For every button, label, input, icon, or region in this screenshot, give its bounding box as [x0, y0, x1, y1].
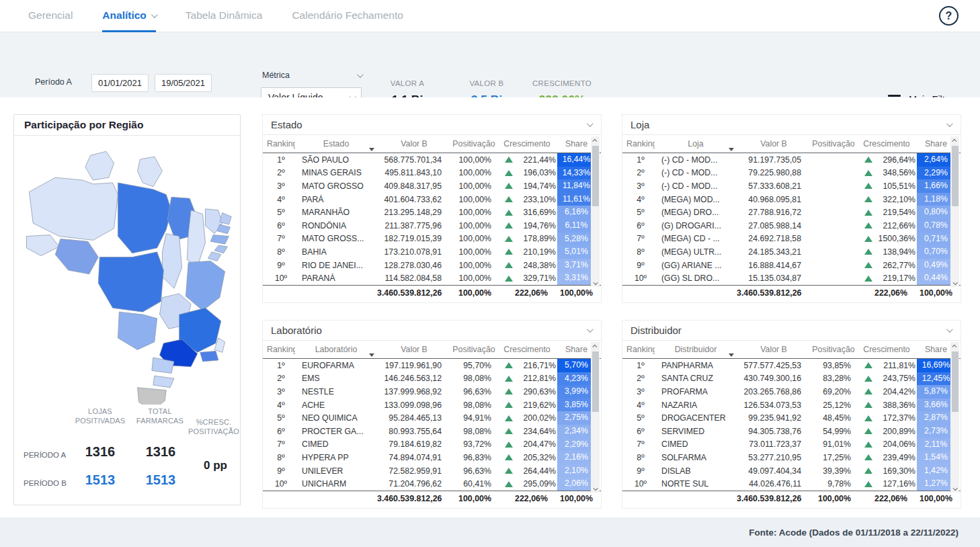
- sort-descending-icon[interactable]: [369, 353, 374, 357]
- table-row[interactable]: 1ºEUROFARMA197.119.961,9095,70%216,71%5,…: [263, 359, 601, 372]
- tab-gerencial[interactable]: Gerencial: [28, 0, 73, 32]
- column-header-crescimento[interactable]: Crescimento: [856, 345, 917, 354]
- panel-collapse-chevron-icon[interactable]: [587, 326, 594, 333]
- table-row[interactable]: 6ºRONDÔNIA211.387.775,96100,00%194,76%6,…: [263, 219, 601, 233]
- table-row[interactable]: 6ºSERVIMED94.305.738,7654,99%200,89%2,73…: [622, 425, 961, 438]
- table-row[interactable]: 5ºNEO QUIMICA95.284.465,1394,91%200,02%2…: [263, 411, 601, 425]
- scroll-down-icon[interactable]: [591, 279, 600, 287]
- periodo-a-start-input[interactable]: [91, 74, 149, 92]
- map-region-piaui[interactable]: [187, 210, 205, 266]
- table-row[interactable]: 2º(-) CD - MOD...79.225.980,88348,56%2,2…: [622, 167, 961, 180]
- scroll-down-icon[interactable]: [950, 485, 959, 493]
- column-header-valorb[interactable]: Valor B: [737, 139, 811, 149]
- map-region-amazonas[interactable]: [29, 177, 118, 240]
- vertical-scrollbar[interactable]: [950, 342, 959, 493]
- table-row[interactable]: 5ºDROGACENTER99.235.941,9248,45%172,37%2…: [622, 411, 961, 425]
- map-region-santacatarina[interactable]: [153, 376, 174, 387]
- table-row[interactable]: 1ºPANPHARMA577.577.425,5393,85%211,81%16…: [622, 359, 961, 372]
- scrollbar-thumb[interactable]: [592, 351, 599, 412]
- table-row[interactable]: 6ºPROCTER GA...80.993.755,6498,08%234,64…: [263, 425, 601, 438]
- column-header-ranking[interactable]: Ranking: [267, 139, 295, 149]
- scrollbar-thumb[interactable]: [592, 146, 599, 206]
- column-header-positivao[interactable]: Positivação: [451, 139, 497, 149]
- table-row[interactable]: 9ºDISLAB49.097.404,3439,39%169,30%1,42%: [622, 464, 961, 478]
- map-region-matogrossosul[interactable]: [118, 312, 157, 349]
- scrollbar-thumb[interactable]: [952, 351, 958, 412]
- column-header-share[interactable]: Share: [917, 139, 955, 149]
- table-row[interactable]: 3º(-) CD - MOD...57.333.608,21105,51%1,6…: [622, 179, 961, 193]
- table-row[interactable]: 8º(MEGA) ULTR...24.185.343,21138,94%0,70…: [622, 245, 961, 259]
- vertical-scrollbar[interactable]: [591, 342, 600, 493]
- vertical-scrollbar[interactable]: [950, 136, 959, 287]
- panel-collapse-chevron-icon[interactable]: [587, 120, 594, 127]
- tab-analitico[interactable]: Analítico: [102, 0, 155, 32]
- table-row[interactable]: 10º(GG) SL DRO...15.135.034,87219,17%0,4…: [622, 271, 961, 285]
- tab-tabela-dinamica[interactable]: Tabela Dinâmica: [186, 0, 263, 32]
- table-row[interactable]: 4º(MEGA) MOD...40.968.095,81322,10%1,18%: [622, 193, 961, 206]
- column-header-ranking[interactable]: Ranking: [267, 345, 295, 354]
- scroll-down-icon[interactable]: [950, 279, 959, 287]
- column-header-share[interactable]: Share: [557, 345, 596, 354]
- column-header-crescimento[interactable]: Crescimento: [856, 139, 917, 149]
- column-header-valorb[interactable]: Valor B: [377, 139, 451, 149]
- sort-descending-icon[interactable]: [369, 148, 374, 151]
- map-region-alagoas[interactable]: [214, 245, 227, 253]
- table-row[interactable]: 1ºSÃO PAULO568.775.701,34100,00%221,44%1…: [263, 153, 601, 167]
- table-row[interactable]: 10ºUNICHARM71.204.796,6260,41%295,09%2,0…: [263, 477, 601, 491]
- map-region-para[interactable]: [118, 183, 171, 253]
- table-row[interactable]: 1º(-) CD - MOD...91.197.735,05296,64%2,6…: [622, 153, 961, 167]
- table-row[interactable]: 9º(GG) ARIANE ...16.888.414,67262,77%0,4…: [622, 259, 961, 272]
- map-region-acre[interactable]: [27, 235, 60, 256]
- chevron-down-icon[interactable]: [357, 71, 364, 78]
- map-region-riodejaneiro[interactable]: [200, 351, 218, 362]
- table-row[interactable]: 4ºNAZARIA126.534.073,5325,12%388,36%3,66…: [622, 398, 961, 412]
- table-row[interactable]: 3ºNESTLE137.999.968,9296,63%290,63%3,99%: [263, 385, 601, 398]
- scroll-down-icon[interactable]: [591, 485, 600, 493]
- map-region-paraiba[interactable]: [217, 224, 230, 234]
- column-header-positivao[interactable]: Positivação: [811, 139, 856, 149]
- column-header-valorb[interactable]: Valor B: [737, 345, 811, 354]
- table-row[interactable]: 7ºMATO GROSS...182.719.015,39100,00%178,…: [263, 233, 601, 246]
- column-header-loja[interactable]: Loja: [655, 139, 737, 149]
- map-region-roraima[interactable]: [85, 151, 114, 180]
- column-header-ranking[interactable]: Ranking: [626, 139, 655, 149]
- table-row[interactable]: 7ºCIMED73.011.723,3791,01%204,06%2,11%: [622, 438, 961, 452]
- panel-collapse-chevron-icon[interactable]: [946, 326, 953, 333]
- map-region-matogrosso[interactable]: [98, 252, 163, 312]
- table-row[interactable]: 2ºSANTA CRUZ430.749.300,1683,28%243,75%1…: [622, 372, 961, 386]
- map-region-bahia[interactable]: [186, 261, 224, 310]
- table-row[interactable]: 8ºBAHIA173.210.078,91100,00%210,19%5,01%: [263, 245, 601, 259]
- table-row[interactable]: 7ºCIMED79.184.619,8293,72%204,47%2,29%: [263, 438, 601, 452]
- sort-descending-icon[interactable]: [729, 148, 734, 151]
- column-header-share[interactable]: Share: [557, 139, 596, 149]
- map-region-sergipe[interactable]: [208, 252, 220, 261]
- scroll-up-icon[interactable]: [950, 136, 959, 144]
- table-row[interactable]: 2ºMINAS GERAIS495.811.843,10100,00%196,0…: [263, 167, 601, 180]
- table-row[interactable]: 4ºACHE133.099.098,9698,08%219,62%3,85%: [263, 398, 601, 412]
- sort-descending-icon[interactable]: [729, 353, 734, 357]
- column-header-crescimento[interactable]: Crescimento: [497, 139, 557, 149]
- column-header-valorb[interactable]: Valor B: [377, 345, 451, 354]
- scroll-up-icon[interactable]: [950, 342, 959, 350]
- table-row[interactable]: 9ºUNILEVER72.582.959,9196,63%264,44%2,10…: [263, 464, 601, 478]
- table-row[interactable]: 10ºPARANÁ114.582.084,58100,00%329,71%3,3…: [263, 271, 601, 285]
- tab-calendario-fechamento[interactable]: Calendário Fechamento: [292, 0, 403, 32]
- panel-collapse-chevron-icon[interactable]: [946, 120, 953, 127]
- table-row[interactable]: 10ºNORTE SUL44.026.476,119,78%127,16%1,2…: [622, 477, 961, 491]
- column-header-positivao[interactable]: Positivação: [451, 345, 497, 354]
- scrollbar-thumb[interactable]: [952, 146, 958, 206]
- table-row[interactable]: 8ºHYPERA PP74.894.074,9196,83%205,32%2,1…: [263, 451, 601, 464]
- map-region-pernambuco[interactable]: [210, 235, 229, 245]
- table-row[interactable]: 3ºPROFARMA203.265.768,8669,20%204,42%5,8…: [622, 385, 961, 398]
- scroll-up-icon[interactable]: [591, 342, 600, 350]
- table-row[interactable]: 3ºMATO GROSSO409.848.317,95100,00%194,74…: [263, 179, 601, 193]
- map-region-rondonia[interactable]: [55, 239, 98, 274]
- table-row[interactable]: 5º(MEGA) DRO...27.788.916,72219,54%0,80%: [622, 206, 961, 219]
- table-row[interactable]: 8ºSOLFARMA53.277.210,9517,25%239,49%1,54…: [622, 451, 961, 464]
- column-header-crescimento[interactable]: Crescimento: [497, 345, 557, 354]
- table-row[interactable]: 7º(MEGA) CD - ...24.692.718,581500,36%0,…: [622, 233, 961, 246]
- table-row[interactable]: 4ºPARÁ401.604.733,62100,00%233,10%11,61%: [263, 193, 601, 206]
- column-header-positivao[interactable]: Positivação: [811, 345, 856, 354]
- map-region-tocantins[interactable]: [162, 234, 181, 289]
- vertical-scrollbar[interactable]: [591, 136, 600, 287]
